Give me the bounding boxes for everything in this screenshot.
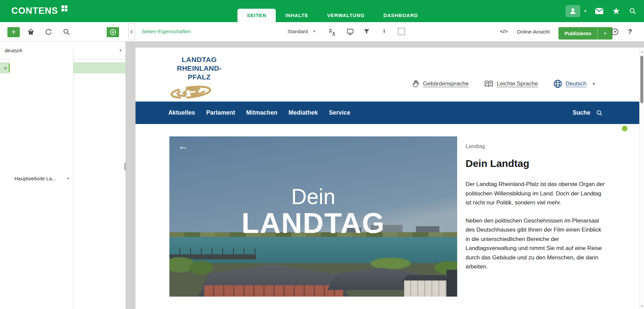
filter-icon[interactable] bbox=[363, 28, 370, 35]
contens-logo: CONTENS bbox=[11, 5, 67, 17]
global-search-icon[interactable] bbox=[629, 7, 637, 15]
publish-label: Publizieren bbox=[565, 30, 591, 36]
marquee-select-icon[interactable] bbox=[398, 28, 405, 35]
chevron-left-icon bbox=[130, 29, 133, 34]
language-select[interactable]: deutsch ▾ bbox=[0, 42, 125, 59]
site-nav-list: AktuellesParlamentMitmachenMediathekServ… bbox=[136, 109, 350, 116]
svg-text:A: A bbox=[332, 31, 335, 35]
caret-down-icon: ▾ bbox=[604, 31, 606, 36]
easy-language-link[interactable]: Leichte Sprache bbox=[484, 80, 538, 88]
publish-button[interactable]: Publizieren bbox=[558, 27, 597, 40]
site-search-label: Suche bbox=[573, 109, 590, 116]
scrollbar-thumb[interactable] bbox=[640, 56, 643, 103]
preview-panel: LANDTAG RHEINLAND-PFALZ bbox=[126, 42, 644, 309]
user-menu-caret-icon[interactable]: ▾ bbox=[584, 9, 586, 13]
app-header: CONTENS SEITENINHALTEVERWALTUNGDASHBOARD… bbox=[0, 0, 644, 22]
article-kicker: Landtag bbox=[466, 143, 606, 149]
landtag-swirl-icon bbox=[168, 84, 213, 100]
performance-gauge-icon[interactable] bbox=[610, 27, 619, 36]
user-avatar-button[interactable] bbox=[566, 5, 580, 17]
layout-select-value: Standard bbox=[287, 28, 308, 34]
sign-language-label: Gebärdensprache bbox=[423, 80, 469, 87]
translate-icon[interactable]: A bbox=[328, 28, 336, 36]
site-nav-mitmachen[interactable]: Mitmachen bbox=[246, 109, 277, 116]
hero-video-still: ← Dein LANDTAG bbox=[169, 136, 457, 297]
online-view-link[interactable]: Online-Ansicht bbox=[517, 29, 550, 35]
hero-deutschhaus-facade bbox=[204, 285, 343, 297]
language-switcher[interactable]: Deutsch ▾ bbox=[553, 79, 595, 88]
new-page-button[interactable]: + bbox=[7, 27, 20, 37]
site-nav-aktuelles[interactable]: Aktuelles bbox=[168, 109, 195, 116]
tab-dashboard[interactable]: DASHBOARD bbox=[374, 9, 427, 22]
tab-seiten[interactable]: SEITEN bbox=[237, 9, 276, 22]
site-nav-mediathek[interactable]: Mediathek bbox=[288, 109, 318, 116]
toolbar: + Seiten bbox=[0, 22, 644, 42]
hero-dark-building bbox=[446, 270, 457, 297]
hero-white-building bbox=[404, 281, 448, 297]
page-tree-panel: Hauptwebsite La... ▾ deutsch ▾ Startseit… bbox=[0, 42, 126, 309]
caret-down-icon: ▾ bbox=[67, 176, 69, 181]
website-preview: LANDTAG RHEINLAND-PFALZ bbox=[136, 48, 639, 309]
breadcrumb[interactable]: Seiten-Eigenschaften bbox=[142, 28, 191, 35]
site-nav-service[interactable]: Service bbox=[329, 109, 351, 116]
website-select[interactable]: Hauptwebsite La... ▾ bbox=[10, 48, 73, 309]
language-select-value: deutsch bbox=[5, 48, 22, 53]
back-arrow-button[interactable]: ← bbox=[178, 140, 188, 152]
preview-scrollbar: ▲ ▼ bbox=[639, 48, 644, 309]
info-icon[interactable]: i bbox=[383, 28, 385, 35]
contens-cms-app: CONTENS SEITENINHALTEVERWALTUNGDASHBOARD… bbox=[0, 0, 644, 309]
article-paragraph-2: Neben den politischen Geschehnissen im P… bbox=[466, 216, 606, 271]
site-nav-parlament[interactable]: Parlament bbox=[206, 109, 235, 116]
scroll-down-arrow[interactable]: ▼ bbox=[640, 305, 644, 308]
caret-down-icon: ▾ bbox=[119, 48, 121, 53]
code-view-icon[interactable]: </> bbox=[500, 29, 508, 34]
article-title: Dein Landtag bbox=[466, 158, 606, 170]
scroll-up-arrow[interactable]: ▲ bbox=[640, 50, 644, 53]
website-select-value: Hauptwebsite La... bbox=[14, 176, 56, 181]
hero-trees bbox=[371, 258, 411, 269]
hero-trees bbox=[190, 261, 213, 274]
search-icon bbox=[596, 109, 603, 117]
site-search[interactable]: Suche bbox=[573, 109, 603, 117]
chevron-down-icon[interactable] bbox=[2, 66, 9, 70]
collapse-panel-button[interactable] bbox=[128, 23, 135, 40]
brand-text: CONTENS bbox=[11, 5, 58, 17]
publish-split-button: Publizieren ▾ bbox=[558, 27, 612, 40]
article-paragraph-1: Der Landtag Rheinland-Pfalz ist das ober… bbox=[466, 180, 606, 207]
plus-icon: + bbox=[11, 28, 16, 36]
site-logo[interactable]: LANDTAG RHEINLAND-PFALZ bbox=[168, 55, 230, 100]
add-object-button[interactable] bbox=[107, 27, 119, 37]
top-actions: ▾ ★ bbox=[566, 0, 637, 22]
mail-icon[interactable] bbox=[595, 7, 604, 15]
home-icon[interactable] bbox=[27, 28, 35, 36]
layout-select[interactable]: Standard ▾ bbox=[287, 28, 315, 34]
user-icon bbox=[569, 7, 577, 15]
content-status-dot bbox=[622, 126, 628, 131]
favorites-star-icon[interactable]: ★ bbox=[612, 7, 620, 16]
sign-language-link[interactable]: Gebärdensprache bbox=[412, 79, 469, 88]
main-tabs: SEITENINHALTEVERWALTUNGDASHBOARD bbox=[237, 9, 427, 22]
site-logo-line2: RHEINLAND-PFALZ bbox=[168, 64, 230, 81]
tab-inhalte[interactable]: INHALTE bbox=[276, 9, 318, 22]
chevron-down-icon: ▾ bbox=[593, 81, 595, 86]
article-column: Landtag Dein Landtag Der Landtag Rheinla… bbox=[466, 143, 606, 271]
help-icon[interactable]: ? bbox=[628, 28, 632, 36]
contens-grid-icon bbox=[61, 5, 67, 11]
language-label: Deutsch bbox=[566, 80, 586, 87]
refresh-icon[interactable] bbox=[44, 28, 52, 36]
hero-title-line2: LANDTAG bbox=[169, 207, 457, 238]
easy-language-label: Leichte Sprache bbox=[497, 80, 538, 87]
easy-language-book-icon bbox=[484, 80, 494, 88]
circled-plus-icon bbox=[109, 28, 117, 36]
site-main-nav: AktuellesParlamentMitmachenMediathekServ… bbox=[136, 102, 639, 124]
site-meta-links: Gebärdensprache Leichte Sprache bbox=[412, 79, 595, 89]
site-logo-line1: LANDTAG bbox=[168, 55, 230, 64]
tab-verwaltung[interactable]: VERWALTUNG bbox=[318, 9, 374, 22]
preview-monitor-icon[interactable] bbox=[346, 28, 354, 36]
sign-language-hand-icon bbox=[412, 79, 420, 88]
hero-title-line1: Dein bbox=[169, 186, 457, 207]
hero-bridge-lamps bbox=[169, 248, 256, 254]
tree-search-icon[interactable] bbox=[62, 28, 70, 36]
caret-down-icon: ▾ bbox=[313, 29, 315, 34]
globe-icon bbox=[553, 79, 562, 88]
